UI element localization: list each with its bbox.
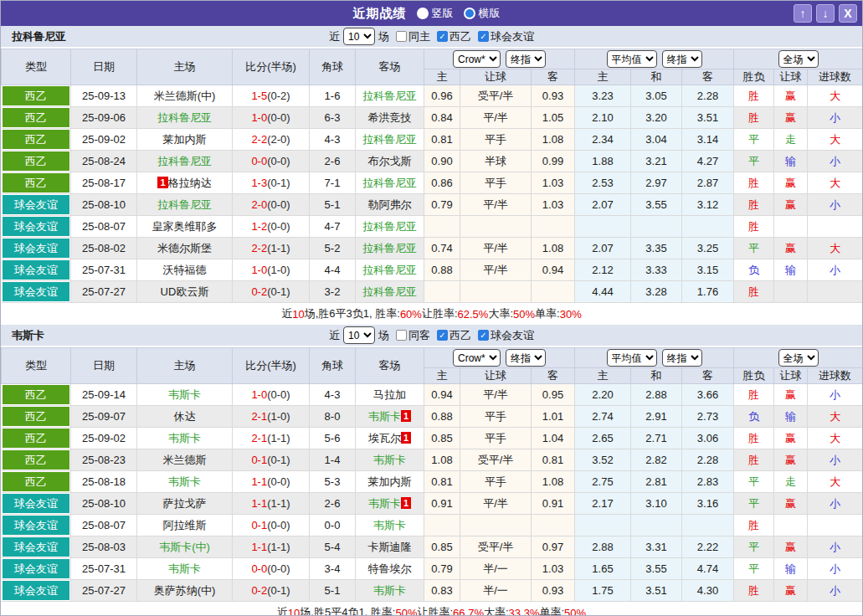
move-up-button[interactable]: ↑ — [794, 4, 812, 23]
avg-away-odds-cell: 2.87 — [682, 172, 734, 194]
radio-icon[interactable] — [417, 8, 429, 19]
fulltime-score: 2-2 — [251, 133, 267, 146]
filter-checkbox-label[interactable]: 西乙 — [449, 328, 471, 343]
average-odds-select[interactable]: 平均值 — [607, 50, 657, 68]
halftime-score: (1-0) — [267, 410, 290, 423]
average-odds-select[interactable]: 平均值 — [607, 349, 657, 367]
bookmaker-select[interactable]: Crow* — [453, 50, 501, 68]
away-odds-cell: 1.05 — [532, 107, 575, 129]
halftime-score: (0-0) — [267, 198, 290, 211]
result-handicap-cell: 赢 — [774, 536, 808, 558]
home-team-name: 韦斯卡 — [168, 388, 201, 401]
match-type-cell: 球会友谊 — [2, 558, 71, 580]
halftime-score: (1-1) — [267, 432, 290, 444]
odds-stage-select-1[interactable]: 终指 — [506, 50, 546, 68]
avg-away-odds-cell: 3.12 — [682, 194, 734, 216]
score-cell: 2-2(2-0) — [233, 129, 310, 151]
home-team-cell: UD欧云斯 — [137, 281, 233, 303]
radio-dot — [419, 10, 426, 17]
result-winloss-cell: 平 — [734, 471, 774, 493]
home-team-cell: 阿拉维斯 — [137, 515, 233, 536]
filter-checkbox[interactable]: ✓ — [478, 330, 489, 341]
avg-home-odds-cell: 2.20 — [575, 384, 631, 406]
filter-checkbox[interactable] — [396, 330, 407, 341]
summary-segment: 单率: — [539, 605, 564, 616]
avg-home-odds-cell: 2.65 — [575, 428, 631, 449]
handicap-cell: 受平/半 — [460, 536, 532, 558]
handicap-cell: 半球 — [460, 151, 532, 172]
match-date-cell: 25-09-02 — [71, 428, 137, 449]
match-row: 球会友谊25-08-03韦斯卡(中)1-1(1-1)5-4卡斯迪隆0.85受平/… — [2, 536, 863, 558]
sub-header-handicap: 让球 — [460, 69, 532, 85]
layout-radio-option[interactable]: 横版 — [464, 6, 501, 21]
summary-line: 近10场,胜5平4负1, 胜率:50% 让胜率:66.7% 大率:33.3% 单… — [1, 602, 862, 616]
filter-checkbox-label[interactable]: 同主 — [408, 29, 430, 44]
away-odds-cell: 1.03 — [532, 172, 575, 194]
match-count-select[interactable]: 10 — [343, 28, 375, 45]
filter-checkbox-label[interactable]: 同客 — [408, 328, 430, 343]
summary-segment: 场,胜5平4负1, 胜率: — [300, 605, 395, 616]
match-row: 西乙25-09-13米兰德斯(中)1-5(0-2)1-6拉科鲁尼亚0.96受平/… — [2, 85, 863, 107]
handicap-cell: 平手 — [460, 406, 532, 428]
handicap-cell: 平手 — [460, 428, 532, 449]
away-odds-cell — [532, 281, 575, 303]
layout-radio-option[interactable]: 竖版 — [417, 6, 454, 21]
odds-stage-select-2[interactable]: 终指 — [662, 50, 702, 68]
corner-cell: 5-4 — [310, 536, 356, 558]
avg-away-odds-cell: 2.83 — [682, 471, 734, 493]
match-date-cell: 25-07-27 — [71, 580, 137, 602]
results-body: 西乙25-09-14韦斯卡1-0(0-0)4-3马拉加0.94平/半0.952.… — [2, 384, 863, 602]
fulltime-header-group: 全场 — [734, 348, 863, 368]
score-cell: 1-5(0-2) — [233, 85, 310, 107]
filter-checkbox[interactable]: ✓ — [437, 330, 448, 341]
result-goals-cell: 小 — [808, 259, 863, 281]
match-row: 西乙25-09-02韦斯卡2-1(1-1)5-6埃瓦尔10.85平手1.042.… — [2, 428, 863, 449]
result-handicap-cell: 输 — [774, 151, 808, 172]
sub-header-handicap: 让球 — [460, 368, 532, 384]
corner-cell: 4-7 — [310, 216, 356, 238]
away-team-cell: 拉科鲁尼亚 — [356, 259, 424, 281]
odds-stage-select-2[interactable]: 终指 — [662, 349, 702, 367]
filter-checkbox-label[interactable]: 球会友谊 — [491, 328, 534, 343]
sub-header-avg-home: 主 — [575, 69, 631, 85]
home-odds-cell: 0.79 — [424, 194, 460, 216]
fulltime-score: 1-0 — [251, 264, 267, 276]
match-row: 球会友谊25-08-10拉科鲁尼亚2-0(0-0)5-1勒阿弗尔0.79平/半1… — [2, 194, 863, 216]
odds-stage-select-1[interactable]: 终指 — [506, 349, 546, 367]
result-handicap-cell — [774, 515, 808, 536]
home-team-name: 韦斯卡 — [168, 432, 201, 444]
away-team-cell: 莱加内斯 — [356, 471, 424, 493]
match-count-select[interactable]: 10 — [343, 326, 375, 344]
col-header-away: 客场 — [356, 49, 424, 85]
avg-home-odds-cell: 2.75 — [575, 471, 631, 493]
radio-icon[interactable] — [464, 8, 475, 19]
move-down-button[interactable]: ↓ — [816, 4, 835, 23]
home-team-cell: 米德尔斯堡 — [137, 238, 233, 259]
result-winloss-cell: 平 — [734, 558, 774, 580]
filter-checkbox[interactable] — [396, 31, 407, 42]
col-header-date: 日期 — [71, 49, 137, 85]
filter-checkbox-label[interactable]: 球会友谊 — [491, 29, 534, 44]
filter-checkbox[interactable]: ✓ — [437, 31, 448, 42]
corner-cell: 5-6 — [310, 428, 356, 449]
match-type-cell: 西乙 — [2, 151, 71, 172]
match-type-cell: 西乙 — [2, 449, 71, 471]
filter-checkbox-label[interactable]: 西乙 — [449, 29, 471, 44]
close-button[interactable]: X — [839, 4, 857, 23]
result-goals-cell: 小 — [808, 107, 863, 129]
bookmaker-select[interactable]: Crow* — [453, 349, 501, 367]
match-type-badge: 球会友谊 — [3, 581, 70, 600]
summary-segment: 让胜率: — [422, 306, 458, 321]
halftime-score: (1-1) — [267, 242, 290, 254]
avg-away-odds-cell: 3.66 — [682, 384, 734, 406]
home-odds-cell — [424, 515, 460, 536]
match-row: 球会友谊25-07-31韦斯卡0-0(0-0)3-4特鲁埃尔0.79半/一1.0… — [2, 558, 863, 580]
corner-cell: 7-1 — [310, 172, 356, 194]
sub-header-handicap-result: 让球 — [774, 69, 808, 85]
filter-checkbox[interactable]: ✓ — [478, 31, 489, 42]
team-name: 韦斯卡 — [12, 328, 44, 343]
fulltime-select[interactable]: 全场 — [778, 349, 819, 367]
fulltime-select[interactable]: 全场 — [778, 50, 819, 68]
match-type-cell: 西乙 — [2, 107, 71, 129]
away-team-name: 韦斯卡 — [373, 584, 406, 597]
